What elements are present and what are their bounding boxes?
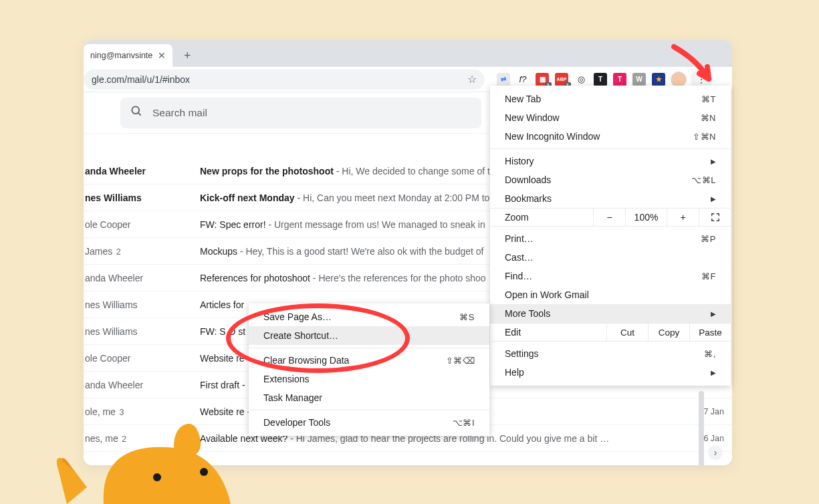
menu-edit-row: Edit Cut Copy Paste xyxy=(490,323,731,342)
scroll-right-icon[interactable]: › xyxy=(708,445,723,460)
menu-label: Downloads xyxy=(505,174,551,185)
svg-line-1 xyxy=(138,113,141,116)
menu-label: More Tools xyxy=(505,308,550,319)
circle-ext-icon[interactable]: ◎ xyxy=(574,73,588,86)
menu-history[interactable]: History ▶ xyxy=(490,152,731,170)
menu-label: Task Manager xyxy=(263,392,322,403)
address-bar[interactable]: gle.com/mail/u/1/#inbox ☆ xyxy=(84,70,485,90)
close-icon[interactable]: ✕ xyxy=(158,50,166,61)
email-sender: ole Cooper xyxy=(85,219,200,230)
thread-count: 2 xyxy=(114,247,120,257)
extensions-tray: ⇄f?▦1ABP1◎TTW★ xyxy=(497,73,665,86)
font-icon[interactable]: f? xyxy=(516,73,530,86)
menu-shortcut: ⌘F xyxy=(701,271,716,281)
email-subject: First draft - xyxy=(200,380,245,390)
email-sender: anda Wheeler xyxy=(85,273,200,283)
menu-label: Extensions xyxy=(263,374,309,384)
menu-label: Edit xyxy=(490,327,606,338)
zoom-in-button[interactable]: + xyxy=(667,209,699,226)
edit-cut-button[interactable]: Cut xyxy=(606,324,648,341)
search-input[interactable]: Search mail xyxy=(120,98,481,128)
pink-ext-icon[interactable]: T xyxy=(613,73,626,86)
edit-copy-button[interactable]: Copy xyxy=(648,324,689,341)
menu-label: Bookmarks xyxy=(505,193,552,204)
more-tools-submenu: Save Page As… ⌘S Create Shortcut… Clear … xyxy=(249,303,489,436)
menu-label: Create Shortcut… xyxy=(263,330,338,341)
email-sender: ole Cooper xyxy=(85,353,200,364)
menu-new-window[interactable]: New Window ⌘N xyxy=(490,108,731,127)
submenu-save-page[interactable]: Save Page As… ⌘S xyxy=(249,307,489,326)
menu-help[interactable]: Help ▶ xyxy=(490,363,731,382)
email-subject: Website re xyxy=(200,353,245,364)
menu-settings[interactable]: Settings ⌘, xyxy=(490,344,731,363)
zoom-out-button[interactable]: − xyxy=(593,209,625,226)
translate-icon[interactable]: ⇄ xyxy=(497,73,510,86)
email-preview: Here's the references for the photo shoo xyxy=(310,273,486,283)
menu-separator xyxy=(249,410,489,410)
tab-title: ning@manvsinte xyxy=(90,51,152,60)
edit-paste-button[interactable]: Paste xyxy=(689,324,731,341)
menu-cast[interactable]: Cast… xyxy=(490,248,731,267)
menu-new-incognito[interactable]: New Incognito Window ⇧⌘N xyxy=(490,127,731,146)
email-sender: anda Wheeler xyxy=(85,380,200,390)
submenu-extensions[interactable]: Extensions xyxy=(249,370,489,388)
abp-icon[interactable]: ABP1 xyxy=(555,73,568,86)
browser-tab[interactable]: ning@manvsinte ✕ xyxy=(84,44,172,67)
thread-count: 3 xyxy=(117,408,124,417)
email-sender: ole, me 3 xyxy=(85,406,200,417)
search-icon xyxy=(130,104,143,121)
dark-ext-icon[interactable]: T xyxy=(594,73,607,86)
email-subject: Mockups xyxy=(200,246,237,257)
submenu-create-shortcut[interactable]: Create Shortcut… xyxy=(249,326,489,345)
menu-find[interactable]: Find… ⌘F xyxy=(490,267,731,285)
menu-label: Print… xyxy=(505,233,534,244)
grey-ext-icon[interactable]: W xyxy=(632,73,646,86)
email-subject: FW: S O st xyxy=(200,326,245,337)
email-subject: Articles for xyxy=(200,299,244,310)
menu-label: Save Page As… xyxy=(263,311,332,322)
url-text: gle.com/mail/u/1/#inbox xyxy=(92,74,467,85)
svg-point-0 xyxy=(132,106,139,114)
email-sender: nes Williams xyxy=(85,193,200,203)
menu-label: Zoom xyxy=(490,212,593,223)
email-preview: Hi, Can you meet next Monday at 2:00 PM … xyxy=(295,193,490,203)
scrollbar[interactable] xyxy=(699,391,704,465)
email-subject: References for photoshoot xyxy=(200,273,310,283)
red-ext-icon[interactable]: ▦1 xyxy=(536,73,549,86)
email-sender: nes Williams xyxy=(85,326,200,337)
search-placeholder: Search mail xyxy=(152,107,207,119)
email-preview: Hey, This is a good start! We're also ok… xyxy=(237,246,483,257)
menu-print[interactable]: Print… ⌘P xyxy=(490,229,731,248)
menu-bookmarks[interactable]: Bookmarks ▶ xyxy=(490,189,731,208)
email-sender: anda Wheeler xyxy=(85,166,200,176)
submenu-developer-tools[interactable]: Developer Tools ⌥⌘I xyxy=(249,413,489,432)
menu-shortcut: ⌘T xyxy=(701,94,716,104)
thread-count: 2 xyxy=(120,434,126,444)
email-subject: New props for the photoshoot xyxy=(200,166,334,176)
email-preview: Hi, We decided to change some of th xyxy=(334,166,495,176)
menu-label: New Tab xyxy=(505,94,541,104)
svg-point-3 xyxy=(200,468,208,476)
email-date: 6 Jan xyxy=(692,434,732,443)
email-preview: Urgent message from us! We managed to sn… xyxy=(266,219,485,230)
menu-new-tab[interactable]: New Tab ⌘T xyxy=(490,90,731,108)
menu-label: Help xyxy=(505,367,524,378)
submenu-task-manager[interactable]: Task Manager xyxy=(249,388,489,407)
chevron-right-icon: ▶ xyxy=(711,158,716,165)
tab-strip: ning@manvsinte ✕ + xyxy=(84,40,732,67)
chevron-right-icon: ▶ xyxy=(711,369,716,376)
profile-avatar[interactable] xyxy=(671,72,687,88)
new-tab-button[interactable]: + xyxy=(178,46,197,65)
blue-ext-icon[interactable]: ★ xyxy=(652,73,665,86)
email-subject: FW: Spec error! xyxy=(200,219,266,230)
menu-shortcut: ⌥⌘I xyxy=(453,418,475,428)
fullscreen-button[interactable] xyxy=(699,209,731,226)
menu-open-work-gmail[interactable]: Open in Work Gmail xyxy=(490,285,731,304)
menu-label: Cast… xyxy=(505,252,534,263)
submenu-clear-browsing-data[interactable]: Clear Browsing Data ⇧⌘⌫ xyxy=(249,351,489,370)
menu-downloads[interactable]: Downloads ⌥⌘L xyxy=(490,170,731,189)
menu-more-tools[interactable]: More Tools ▶ xyxy=(490,304,731,323)
menu-shortcut: ⌘N xyxy=(701,113,716,123)
bookmark-star-icon[interactable]: ☆ xyxy=(467,73,477,86)
menu-shortcut: ⌘P xyxy=(701,234,716,244)
